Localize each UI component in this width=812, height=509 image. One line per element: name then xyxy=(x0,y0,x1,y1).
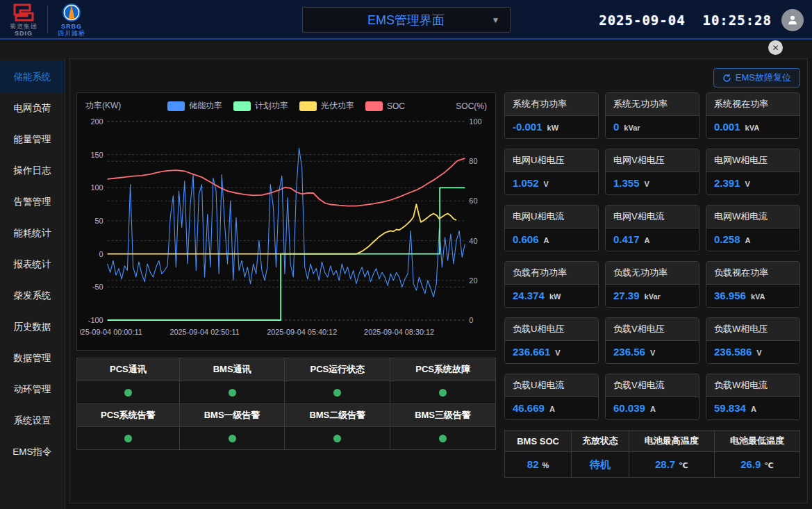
sidebar-item-diesel-system[interactable]: 柴发系统 xyxy=(0,280,65,311)
metric-value: 46.669 xyxy=(513,402,545,414)
metric-unit: kVar xyxy=(645,292,661,301)
sidebar-item-alarm-management[interactable]: 告警管理 xyxy=(0,186,65,217)
metric-value: 59.834 xyxy=(714,402,746,414)
metric-label: 电网W相电压 xyxy=(706,149,799,172)
metric-value-row: 0.606A xyxy=(505,228,598,251)
sidebar-item-energy-storage[interactable]: 储能系统 xyxy=(0,61,65,92)
sidebar-item-report-stats[interactable]: 报表统计 xyxy=(0,249,65,280)
sidebar-item-env-management[interactable]: 动环管理 xyxy=(0,374,65,405)
metric-card: 电网U相电压1.052V xyxy=(504,149,599,195)
status-dot-cell xyxy=(77,381,180,404)
sdig-logo-text-cn: 蜀道集团 xyxy=(10,23,38,30)
metric-value-row: 59.834A xyxy=(706,397,799,419)
bms-header-cell: 电池最低温度 xyxy=(714,431,799,452)
sdig-logo: 蜀道集团 SDIG xyxy=(10,2,38,37)
sidebar-item-operation-log[interactable]: 操作日志 xyxy=(0,155,65,186)
refresh-icon xyxy=(722,74,731,83)
metric-value-row: 60.039A xyxy=(606,397,699,419)
metric-card: 系统视在功率0.001kVA xyxy=(706,92,800,139)
metric-value: 1.052 xyxy=(513,177,539,189)
status-ok-indicator xyxy=(439,435,447,442)
metric-label: 系统视在功率 xyxy=(706,93,799,116)
status-dot-cell xyxy=(285,381,390,404)
left-axis-title: 功率(KW) xyxy=(85,100,134,112)
metric-value: 0 xyxy=(613,121,619,133)
metric-value-row: 1.355V xyxy=(606,172,699,194)
legend-swatch xyxy=(167,101,185,111)
bms-value-cell: 待机 xyxy=(572,452,629,478)
status-header-cell: BMS三级告警 xyxy=(390,404,496,427)
metric-value-row: 1.052V xyxy=(505,172,598,194)
logo-area: 蜀道集团 SDIG SRBG 四川路桥 xyxy=(0,2,95,37)
sidebar-item-history-data[interactable]: 历史数据 xyxy=(0,311,65,342)
sdig-logo-icon xyxy=(12,2,35,23)
status-header-cell: PCS运行状态 xyxy=(285,358,390,381)
metric-label: 负载W相电流 xyxy=(706,374,799,397)
sidebar-item-ems-command[interactable]: EMS指令 xyxy=(0,436,65,467)
bms-value-cell: 82% xyxy=(505,452,572,478)
chevron-down-icon: ▼ xyxy=(492,15,500,25)
metric-card: 电网U相电流0.606A xyxy=(504,205,599,251)
svg-text:80: 80 xyxy=(469,157,477,165)
close-icon[interactable]: ✕ xyxy=(768,40,783,55)
sidebar-item-energy-management[interactable]: 能量管理 xyxy=(0,124,65,155)
sidebar-item-data-management[interactable]: 数据管理 xyxy=(0,342,65,374)
metric-unit: kVar xyxy=(624,124,640,132)
user-avatar[interactable] xyxy=(781,9,804,31)
view-selector-label: EMS管理界面 xyxy=(367,12,445,28)
metric-card: 电网V相电压1.355V xyxy=(605,149,699,195)
legend-item[interactable]: 光伏功率 xyxy=(299,100,354,112)
chart-canvas[interactable]: 200150100500-50-1001008060402002025-09-0… xyxy=(80,112,492,341)
bms-value: 82 xyxy=(527,458,539,470)
legend-label: 光伏功率 xyxy=(321,100,354,112)
metric-card: 负载W相电流59.834A xyxy=(706,374,800,420)
metric-value: -0.001 xyxy=(513,121,542,133)
svg-text:2025-09-04 05:40:12: 2025-09-04 05:40:12 xyxy=(267,328,337,336)
metric-value: 1.355 xyxy=(613,177,640,189)
metric-value: 236.56 xyxy=(613,346,645,358)
ems-fault-reset-button[interactable]: EMS故障复位 xyxy=(713,68,800,87)
metric-card: 负载U相电流46.669A xyxy=(504,374,599,420)
metric-label: 负载V相电流 xyxy=(606,374,699,397)
sdig-logo-text-en: SDIG xyxy=(15,30,33,37)
sidebar-item-grid-load[interactable]: 电网负荷 xyxy=(0,92,65,124)
metric-label: 电网V相电流 xyxy=(606,206,699,228)
svg-text:-100: -100 xyxy=(88,316,103,324)
metric-value-row: 0.417A xyxy=(606,228,699,251)
legend-item[interactable]: SOC xyxy=(365,100,405,112)
metric-card: 负载有功功率24.374kW xyxy=(504,261,599,308)
status-header-cell: BMS二级告警 xyxy=(285,404,390,427)
metric-value: 0.606 xyxy=(513,233,539,245)
datetime-clock: 2025-09-04 10:25:28 xyxy=(599,12,772,28)
sidebar-item-energy-consumption-stats[interactable]: 能耗统计 xyxy=(0,217,65,249)
legend-item[interactable]: 计划功率 xyxy=(233,100,288,112)
metric-value: 36.956 xyxy=(714,290,746,301)
metric-value: 0.417 xyxy=(613,233,640,245)
status-ok-indicator xyxy=(333,389,341,397)
status-dot-cell xyxy=(390,381,496,404)
metric-label: 负载无功功率 xyxy=(606,262,699,285)
metric-label: 负载视在功率 xyxy=(706,262,799,285)
sidebar-nav: 储能系统电网负荷能量管理操作日志告警管理能耗统计报表统计柴发系统历史数据数据管理… xyxy=(0,58,65,509)
srbg-logo-icon xyxy=(61,2,82,23)
legend-swatch xyxy=(299,101,317,111)
status-ok-indicator xyxy=(229,435,236,442)
toolbar: EMS故障复位 xyxy=(76,65,800,91)
tab-strip: ✕ xyxy=(0,40,812,58)
metric-card: 电网W相电压2.391V xyxy=(706,149,800,195)
sidebar-item-system-settings[interactable]: 系统设置 xyxy=(0,405,65,436)
metric-label: 负载有功功率 xyxy=(505,262,598,285)
svg-text:0: 0 xyxy=(469,316,473,324)
bms-value: 待机 xyxy=(590,458,611,470)
chart-legend: 储能功率计划功率光伏功率SOC xyxy=(134,100,438,112)
legend-item[interactable]: 储能功率 xyxy=(167,100,222,112)
bms-header-cell: BMS SOC xyxy=(505,431,572,452)
metric-card: 电网V相电流0.417A xyxy=(605,205,699,251)
bms-header-cell: 电池最高温度 xyxy=(629,431,714,452)
view-selector-dropdown[interactable]: EMS管理界面 ▼ xyxy=(302,7,511,33)
legend-swatch xyxy=(365,101,383,111)
bms-header-cell: 充放状态 xyxy=(572,431,629,452)
bms-value: 26.9 xyxy=(740,458,761,470)
status-header-cell: PCS系统告警 xyxy=(77,404,180,427)
bms-summary-table: BMS SOC充放状态电池最高温度电池最低温度82%待机28.7℃26.9℃ xyxy=(504,430,800,478)
